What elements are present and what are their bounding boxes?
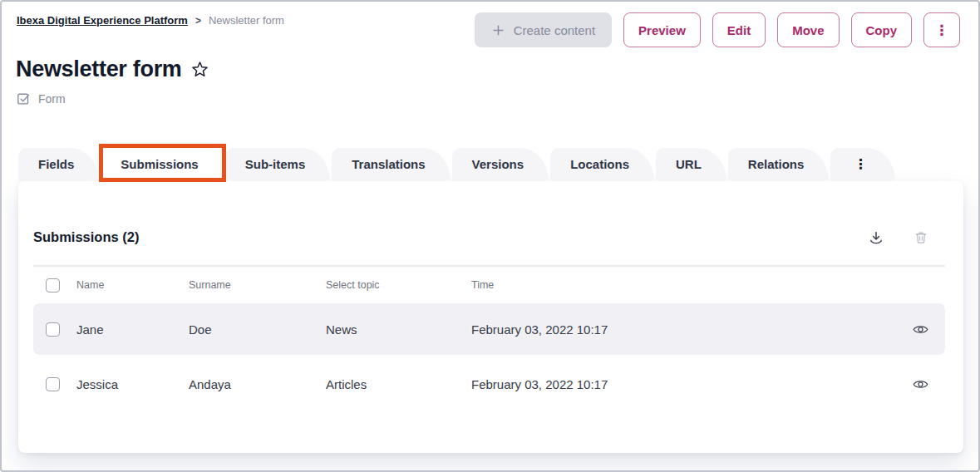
table-row[interactable]: Jessica Andaya Articles February 03, 202… [33, 358, 945, 410]
action-bar: Create content Preview Edit Move Copy ⋮ [475, 12, 960, 47]
tab-relations[interactable]: Relations [728, 148, 830, 181]
table-row[interactable]: Jane Doe News February 03, 2022 10:17 [33, 303, 945, 355]
select-all-checkbox[interactable] [46, 278, 60, 293]
move-button[interactable]: Move [777, 12, 839, 47]
column-header-surname: Surname [189, 279, 326, 291]
cell-surname: Andaya [189, 377, 326, 391]
more-tabs-icon: ⋮ [854, 156, 867, 172]
preview-button[interactable]: Preview [623, 12, 701, 47]
cell-time: February 03, 2022 10:17 [471, 377, 899, 391]
panel-header: Submissions (2) [18, 181, 963, 245]
content-type-label: Form [38, 92, 66, 106]
download-icon [869, 230, 884, 245]
copy-button[interactable]: Copy [851, 12, 913, 47]
breadcrumb: Ibexa Digital Experience Platform > News… [17, 14, 284, 27]
cell-topic: Articles [326, 377, 471, 391]
tab-translations[interactable]: Translations [332, 148, 450, 181]
page-title: Newsletter form [16, 57, 182, 82]
tab-locations[interactable]: Locations [550, 148, 654, 181]
submissions-panel: Submissions (2) [18, 181, 963, 453]
more-actions-icon: ⋮ [935, 23, 949, 37]
eye-icon [913, 379, 928, 390]
create-content-label: Create content [514, 23, 595, 37]
ibexa-content-view: Ibexa Digital Experience Platform > News… [0, 0, 980, 472]
panel-toolbar [869, 230, 928, 245]
cell-topic: News [326, 322, 471, 337]
column-header-name: Name [76, 279, 189, 291]
tab-more[interactable]: ⋮ [830, 148, 895, 181]
view-submission-button[interactable] [913, 379, 928, 390]
star-icon [190, 60, 209, 79]
content-type-badge: Form [17, 91, 66, 106]
tab-submissions[interactable]: Submissions [101, 148, 223, 181]
column-header-time: Time [471, 279, 899, 291]
breadcrumb-current: Newsletter form [209, 14, 284, 27]
delete-submissions-button[interactable] [914, 230, 928, 245]
download-submissions-button[interactable] [869, 230, 884, 245]
plus-icon [491, 23, 505, 37]
edit-button[interactable]: Edit [712, 12, 766, 47]
bookmark-button[interactable] [190, 60, 209, 79]
breadcrumb-separator: > [195, 15, 201, 27]
submissions-table: Name Surname Select topic Time Jane Doe … [18, 267, 963, 410]
tab-url[interactable]: URL [656, 148, 726, 181]
view-submission-button[interactable] [913, 324, 928, 335]
tab-versions[interactable]: Versions [452, 148, 549, 181]
tab-bar: Fields Submissions Sub-items Translation… [18, 148, 897, 181]
more-actions-button[interactable]: ⋮ [923, 12, 960, 47]
create-content-button[interactable]: Create content [475, 12, 612, 47]
submissions-count-heading: Submissions (2) [33, 229, 139, 245]
trash-icon [914, 230, 928, 245]
cell-name: Jessica [76, 377, 189, 391]
table-header-row: Name Surname Select topic Time [33, 267, 945, 303]
form-type-icon [17, 91, 31, 106]
tab-sub-items[interactable]: Sub-items [225, 148, 331, 181]
eye-icon [913, 324, 928, 335]
breadcrumb-root-link[interactable]: Ibexa Digital Experience Platform [17, 14, 188, 27]
row-checkbox[interactable] [46, 377, 60, 391]
page-title-row: Newsletter form [16, 57, 209, 82]
cell-time: February 03, 2022 10:17 [471, 322, 899, 337]
tab-fields[interactable]: Fields [18, 148, 99, 181]
tab-submissions-label: Submissions [121, 157, 198, 171]
column-header-topic: Select topic [326, 279, 471, 291]
cell-surname: Doe [189, 322, 326, 337]
row-checkbox[interactable] [46, 322, 60, 337]
cell-name: Jane [76, 322, 189, 337]
